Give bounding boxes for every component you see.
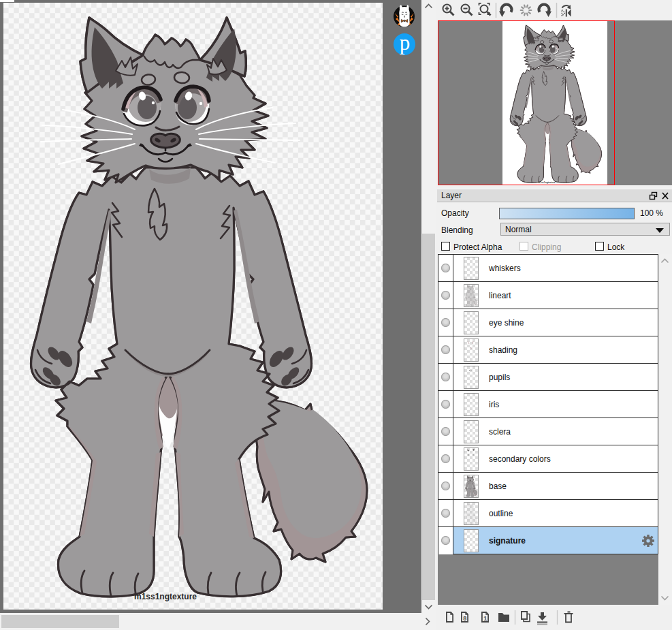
svg-text:1: 1 <box>483 615 487 622</box>
svg-text:p: p <box>400 31 411 54</box>
svg-text:8: 8 <box>463 615 466 622</box>
